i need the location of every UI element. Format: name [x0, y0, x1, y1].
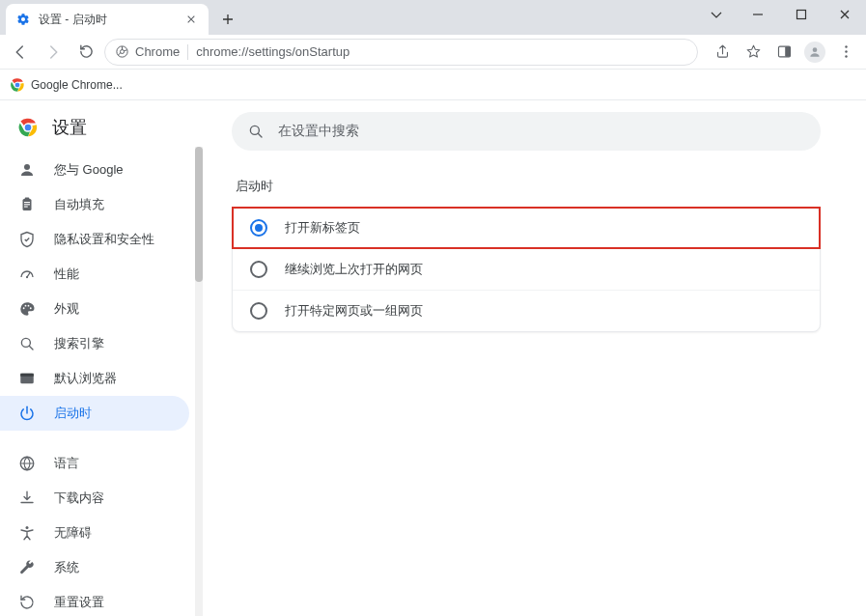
radio-unselected-icon — [250, 261, 267, 278]
side-panel-button[interactable] — [769, 38, 798, 67]
reload-button[interactable] — [71, 38, 100, 67]
svg-point-26 — [30, 307, 32, 309]
sidebar-item-default-browser[interactable]: 默认浏览器 — [0, 361, 189, 396]
browser-toolbar: Chrome chrome://settings/onStartup — [0, 35, 866, 70]
window-dropdown-icon[interactable] — [697, 0, 736, 29]
palette-icon — [17, 300, 37, 318]
profile-button[interactable] — [800, 38, 829, 67]
accessibility-icon — [17, 524, 37, 542]
svg-rect-1 — [796, 11, 805, 19]
omnibox-url: chrome://settings/onStartup — [196, 44, 687, 59]
sidebar-item-on-startup[interactable]: 启动时 — [0, 396, 189, 431]
sidebar-item-performance[interactable]: 性能 — [0, 257, 189, 292]
address-bar[interactable]: Chrome chrome://settings/onStartup — [104, 39, 698, 66]
sidebar-item-label: 重置设置 — [54, 594, 104, 611]
option-label: 继续浏览上次打开的网页 — [285, 261, 423, 278]
download-icon — [17, 490, 37, 507]
new-tab-button[interactable] — [214, 6, 241, 33]
svg-point-9 — [845, 55, 847, 57]
sidebar-item-appearance[interactable]: 外观 — [0, 292, 189, 326]
svg-point-7 — [845, 45, 847, 47]
search-icon — [17, 335, 37, 352]
svg-point-24 — [25, 305, 27, 307]
sidebar-scrollbar[interactable] — [195, 147, 203, 616]
svg-point-16 — [24, 164, 30, 170]
startup-option-specific-pages[interactable]: 打开特定网页或一组网页 — [233, 290, 820, 331]
sidebar-item-search[interactable]: 搜索引擎 — [0, 326, 189, 361]
chrome-mono-icon — [115, 44, 129, 59]
sidebar-item-label: 自动填充 — [54, 196, 104, 213]
radio-unselected-icon — [250, 302, 267, 320]
svg-rect-20 — [24, 204, 30, 205]
settings-search-input[interactable]: 在设置中搜索 — [232, 112, 821, 151]
omnibox-chip-label: Chrome — [135, 44, 180, 59]
svg-rect-18 — [25, 198, 30, 201]
share-button[interactable] — [708, 38, 737, 67]
globe-icon — [17, 455, 37, 472]
bookmark-star-button[interactable] — [739, 38, 768, 67]
power-icon — [17, 405, 37, 422]
sidebar-item-accessibility[interactable]: 无障碍 — [0, 516, 189, 550]
svg-point-8 — [845, 50, 847, 52]
sidebar-item-label: 隐私设置和安全性 — [54, 231, 154, 248]
window-close-button[interactable] — [823, 0, 866, 29]
sidebar-item-label: 默认浏览器 — [54, 370, 117, 387]
forward-button[interactable] — [39, 38, 68, 67]
svg-point-6 — [813, 47, 818, 52]
svg-point-22 — [26, 276, 28, 278]
svg-point-25 — [28, 305, 30, 307]
sidebar-item-label: 搜索引擎 — [54, 335, 104, 352]
sidebar-item-label: 语言 — [54, 455, 79, 472]
sidebar-item-reset[interactable]: 重置设置 — [0, 585, 189, 616]
person-icon — [17, 161, 37, 179]
sidebar-item-label: 下载内容 — [54, 490, 104, 507]
restore-icon — [17, 594, 37, 611]
sidebar-item-downloads[interactable]: 下载内容 — [0, 481, 189, 516]
sidebar-item-language[interactable]: 语言 — [0, 446, 189, 481]
option-label: 打开特定网页或一组网页 — [285, 302, 423, 320]
sidebar-item-privacy[interactable]: 隐私设置和安全性 — [0, 222, 189, 257]
startup-option-new-tab[interactable]: 打开新标签页 — [233, 208, 820, 248]
settings-title: 设置 — [52, 116, 87, 139]
bookmark-item[interactable]: Google Chrome... — [31, 78, 123, 92]
sidebar-item-label: 性能 — [54, 266, 79, 283]
sidebar-item-label: 无障碍 — [54, 524, 92, 542]
wrench-icon — [17, 559, 37, 576]
sidebar-item-label: 外观 — [54, 300, 79, 318]
gear-icon — [15, 12, 31, 27]
svg-rect-29 — [20, 374, 34, 377]
sidebar-item-you-and-google[interactable]: 您与 Google — [0, 153, 189, 187]
window-minimize-button[interactable] — [736, 0, 779, 29]
svg-point-31 — [26, 526, 29, 529]
sidebar-item-autofill[interactable]: 自动填充 — [0, 187, 189, 222]
menu-button[interactable] — [831, 38, 860, 67]
startup-options-card: 打开新标签页 继续浏览上次打开的网页 打开特定网页或一组网页 — [232, 207, 821, 332]
startup-option-continue[interactable]: 继续浏览上次打开的网页 — [233, 248, 820, 290]
tab-title: 设置 - 启动时 — [39, 12, 176, 28]
search-icon — [247, 123, 265, 140]
svg-rect-5 — [785, 46, 790, 57]
browser-icon — [17, 370, 37, 387]
sidebar-item-label: 您与 Google — [54, 161, 124, 179]
back-button[interactable] — [6, 38, 35, 67]
tab-settings[interactable]: 设置 - 启动时 — [6, 4, 209, 35]
sidebar-item-label: 系统 — [54, 559, 79, 576]
settings-main-panel: 在设置中搜索 启动时 打开新标签页 继续浏览上次打开的网页 打开特定网页或一组网… — [203, 100, 866, 616]
search-placeholder: 在设置中搜索 — [278, 123, 359, 140]
section-title-on-startup: 启动时 — [236, 178, 837, 195]
svg-rect-19 — [24, 202, 30, 203]
sidebar-item-system[interactable]: 系统 — [0, 550, 189, 585]
scrollbar-thumb[interactable] — [195, 147, 203, 282]
window-maximize-button[interactable] — [779, 0, 823, 29]
bookmarks-bar: Google Chrome... — [0, 70, 866, 100]
omnibox-separator — [187, 44, 188, 60]
speedometer-icon — [17, 266, 37, 283]
tab-close-button[interactable] — [183, 12, 199, 27]
shield-icon — [17, 231, 37, 248]
settings-sidebar: 设置 您与 Google 自动填充 隐私设置和安全性 性能 外观 — [0, 100, 203, 616]
sidebar-item-label: 启动时 — [54, 405, 92, 422]
option-label: 打开新标签页 — [285, 219, 360, 237]
clipboard-icon — [17, 196, 37, 213]
radio-selected-icon — [250, 219, 267, 237]
chrome-logo-icon — [17, 117, 39, 138]
